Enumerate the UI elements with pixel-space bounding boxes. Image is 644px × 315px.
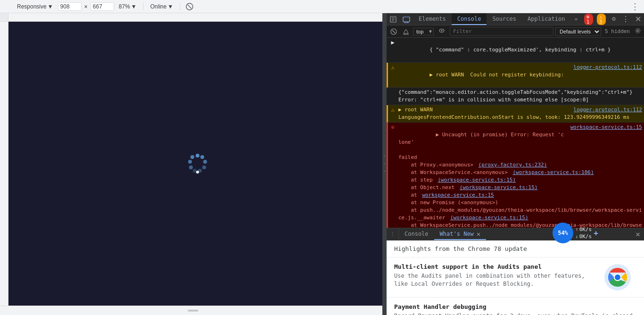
svg-point-21 xyxy=(615,274,620,280)
filter-input[interactable] xyxy=(450,27,553,36)
tab-elements[interactable]: Elements xyxy=(413,13,452,25)
whats-new-header: Highlights from the Chrome 78 update xyxy=(387,240,644,257)
tab-console[interactable]: Console xyxy=(452,13,487,25)
ws-anon-link[interactable]: (workspace-service.ts:106) xyxy=(512,169,594,175)
no-throttle-icon[interactable] xyxy=(185,2,194,11)
clear-console-btn[interactable] xyxy=(388,27,399,36)
error-icon: ⊗ xyxy=(586,14,589,19)
responsive-icon-btn[interactable] xyxy=(400,13,413,25)
entry-row-3b: Error: "ctrl+m" is in collision with som… xyxy=(389,96,642,104)
width-input[interactable] xyxy=(58,2,82,11)
svg-point-8 xyxy=(189,166,193,169)
console-entry-1: ▶ { "command" : core.toggleMaximized', k… xyxy=(387,38,644,63)
scroll-indicator: ═══ xyxy=(188,307,198,314)
context-selector[interactable]: top ▼ xyxy=(413,28,434,35)
item-1-title: Multi-client support in the Audits panel xyxy=(394,263,591,270)
toolbar-sep-2 xyxy=(180,3,180,10)
error-badges: ⊗ 1 ⚠ 3 xyxy=(581,13,609,25)
proxy-link[interactable]: (proxy-factory.ts:232) xyxy=(479,162,547,168)
level-select[interactable]: Default levels xyxy=(555,27,601,36)
devtools-close-btn[interactable]: ✕ xyxy=(632,13,644,25)
eye-icon-btn[interactable] xyxy=(436,26,448,36)
zoom-btn[interactable]: 87% ▼ xyxy=(117,2,139,11)
step-link-1[interactable]: (workspace-service.ts:15) xyxy=(438,177,516,183)
entry-expand-1[interactable]: ▶ xyxy=(389,39,396,46)
responsive-label: Responsive xyxy=(17,3,47,10)
whats-new-content[interactable]: Highlights from the Chrome 78 update Mul… xyxy=(387,240,644,315)
close-panel-icon: ✕ xyxy=(636,230,640,239)
svg-point-18 xyxy=(637,30,639,32)
stack-line-1: at Proxy.<anonymous> (proxy-factory.ts:2… xyxy=(398,161,642,169)
awaiter-link[interactable]: (workspace-service.ts:15) xyxy=(450,215,528,221)
devtools-close-icon: ✕ xyxy=(635,15,641,24)
devtools-more-btn[interactable]: ⋮ xyxy=(619,13,632,25)
obj-next-link[interactable]: (workspace-service.ts:15) xyxy=(460,184,538,191)
stack-line-5: at workspace-service.ts:15 xyxy=(398,191,642,199)
viewport-panel: ═══ · · · xyxy=(0,13,387,315)
warn-icon-4: ⚠ xyxy=(389,106,396,114)
more-tabs-btn[interactable]: » xyxy=(570,13,581,25)
entry-text-3b: Error: "ctrl+m" is in collision with som… xyxy=(398,96,642,104)
ruler-side xyxy=(0,22,8,306)
stack-line-2: at WorkspaceService.<anonymous> (workspa… xyxy=(398,169,642,176)
close-bottom-panel-btn[interactable]: ✕ xyxy=(632,228,644,240)
item-2-text: Payment Handler debugging Record Payment… xyxy=(394,303,636,315)
entry-text-4b: LanguagesFrontendContribution.onStart is… xyxy=(398,114,642,121)
item-2-title: Payment Handler debugging xyxy=(394,303,636,310)
entry-source-4[interactable]: logger-protocol.ts:112 xyxy=(573,106,642,114)
svg-point-9 xyxy=(188,160,192,164)
speed-values: ↑ 0K/s ↓ 0K/s xyxy=(575,226,592,240)
bottom-tabs-bar: ⋮ Console What's New ✕ ✕ xyxy=(387,228,644,240)
stack-line-4: at Object.next (workspace-service.ts:15) xyxy=(398,184,642,191)
tab-sources[interactable]: Sources xyxy=(487,13,522,25)
bottom-tab-menu-btn[interactable]: ⋮ xyxy=(387,228,399,240)
entry-text-2: ▶ root WARN Could not register keybindin… xyxy=(398,64,570,86)
clear-btn-2[interactable] xyxy=(401,27,411,36)
console-entry-5: ⊗ ▶ Uncaught (in promise) Error: Request… xyxy=(387,123,644,228)
online-label: Online xyxy=(150,3,167,10)
whats-new-item-2: Payment Handler debugging Record Payment… xyxy=(387,298,644,315)
whats-new-item-1: Multi-client support in the Audits panel… xyxy=(387,257,644,298)
tab-application[interactable]: Application xyxy=(522,13,570,25)
entry-row-5: ⊗ ▶ Uncaught (in promise) Error: Request… xyxy=(389,124,642,154)
entry-text-3: {"command":"monaco.editor.action.toggleT… xyxy=(398,89,642,96)
responsive-btn[interactable]: Responsive ▼ xyxy=(15,2,55,11)
more-options-btn[interactable]: ⋮ xyxy=(630,0,640,13)
devtools-settings-btn[interactable]: ⚙ xyxy=(609,13,619,25)
entry-source-2[interactable]: logger-protocol.ts:112 xyxy=(573,64,642,71)
entry-text-5: ▶ Uncaught (in promise) Error: Request '… xyxy=(398,124,567,154)
error-badge: ⊗ 1 xyxy=(584,14,593,25)
online-btn[interactable]: Online ▼ xyxy=(149,2,175,11)
speed-add-btn[interactable]: + xyxy=(594,229,598,238)
resize-handle[interactable]: · · · xyxy=(382,13,386,315)
viewport-scrollbar-bottom[interactable]: ═══ xyxy=(0,306,386,315)
ruler-corner xyxy=(4,0,12,13)
svg-rect-13 xyxy=(403,17,410,22)
settings-cog-icon: ⚙ xyxy=(611,16,616,22)
entry-text-4: ▶ root WARN xyxy=(398,106,570,114)
entry-source-5[interactable]: workspace-service.ts:15 xyxy=(570,124,642,131)
warn-icon: ⚠ xyxy=(599,14,602,19)
svg-point-3 xyxy=(200,155,204,159)
top-select-dropdown[interactable]: top xyxy=(413,28,434,35)
bottom-panel: ⋮ Console What's New ✕ ✕ Highlights from xyxy=(387,228,644,315)
ws-ts-link[interactable]: workspace-service.ts:15 xyxy=(422,192,494,198)
item-1-text: Multi-client support in the Audits panel… xyxy=(394,263,591,291)
more-options-icon: ⋮ xyxy=(631,1,639,12)
height-input[interactable] xyxy=(91,2,114,11)
inspect-icon-btn[interactable] xyxy=(387,13,400,25)
entry-row-4b: LanguagesFrontendContribution.onStart is… xyxy=(389,114,642,121)
whats-new-close-btn[interactable]: ✕ xyxy=(477,231,480,237)
tab-whats-new[interactable]: What's New ✕ xyxy=(434,228,487,240)
speed-circle: 54% xyxy=(553,223,573,243)
console-output[interactable]: ▶ { "command" : core.toggleMaximized', k… xyxy=(387,38,644,228)
zoom-label: 87% xyxy=(119,3,130,10)
toolbar-sep-1 xyxy=(143,3,144,10)
stack-line-3: at step (workspace-service.ts:15) xyxy=(398,176,642,184)
ruler-corner-sq xyxy=(0,13,8,21)
console-settings-btn[interactable] xyxy=(634,26,642,36)
error-icon-5: ⊗ xyxy=(389,124,396,131)
tab-console-bottom[interactable]: Console xyxy=(399,228,434,240)
svg-point-5 xyxy=(202,166,206,169)
app-viewport xyxy=(8,22,386,306)
